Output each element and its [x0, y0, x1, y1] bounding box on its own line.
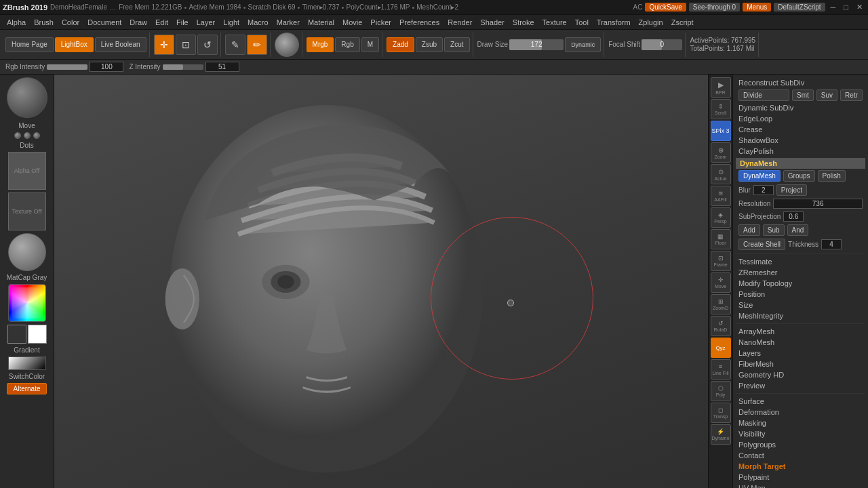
- menu-document[interactable]: Document: [83, 17, 125, 28]
- crease-btn[interactable]: Crease: [736, 124, 865, 135]
- menu-texture[interactable]: Texture: [538, 17, 571, 28]
- menu-stroke[interactable]: Stroke: [509, 17, 538, 28]
- menus-btn[interactable]: Menus: [743, 3, 771, 12]
- frame-icon-btn[interactable]: ⊡ Frame: [711, 251, 731, 271]
- zremesher-btn[interactable]: ZRemesher: [736, 267, 865, 278]
- retr-btn[interactable]: Retr: [840, 89, 863, 101]
- clay-polish-btn[interactable]: ClayPolish: [736, 146, 865, 157]
- smt-btn[interactable]: Smt: [792, 89, 814, 101]
- uv-map-btn[interactable]: UV Map: [736, 483, 865, 488]
- z-intensity-slider[interactable]: [163, 64, 203, 70]
- transp-icon-btn[interactable]: ◻ Transp: [711, 403, 731, 423]
- spix-icon-btn[interactable]: SPix 3: [711, 121, 731, 141]
- menu-layer[interactable]: Layer: [193, 17, 220, 28]
- polish-btn[interactable]: Polish: [818, 170, 846, 182]
- dyna-mesh-btn[interactable]: DynaMesh: [738, 170, 781, 182]
- sub-projection-value[interactable]: 0.6: [783, 211, 804, 222]
- menu-brush[interactable]: Brush: [30, 17, 58, 28]
- color-picker[interactable]: [8, 284, 46, 322]
- visibility-btn[interactable]: Visibility: [736, 428, 865, 439]
- mesh-integrity-btn[interactable]: MeshIntegrity: [736, 310, 865, 321]
- brush-preview[interactable]: [275, 33, 299, 57]
- blur-value[interactable]: 2: [753, 185, 774, 195]
- create-shell-btn[interactable]: Create Shell: [738, 239, 785, 250]
- linefill-icon-btn[interactable]: ≡ Line Fill: [711, 359, 731, 380]
- max-btn[interactable]: □: [841, 3, 851, 12]
- layers-btn[interactable]: Layers: [736, 348, 865, 359]
- menu-file[interactable]: File: [172, 17, 193, 28]
- shadow-box-btn[interactable]: ShadowBox: [736, 135, 865, 146]
- draw-size-slider[interactable]: 172: [509, 39, 564, 50]
- edge-loop-btn[interactable]: EdgeLoop: [736, 113, 865, 124]
- z-intensity-value[interactable]: 51: [205, 62, 239, 72]
- groups-btn[interactable]: Groups: [783, 170, 815, 182]
- divide-btn[interactable]: Divide: [738, 89, 789, 101]
- menu-picker[interactable]: Picker: [366, 17, 395, 28]
- menu-preferences[interactable]: Preferences: [395, 17, 443, 28]
- zcut-btn[interactable]: Zcut: [444, 37, 469, 52]
- dynamic-btn[interactable]: Dynamic: [565, 37, 601, 52]
- quicksave-btn[interactable]: QuickSave: [645, 3, 686, 12]
- add-btn[interactable]: Add: [738, 224, 760, 236]
- geometry-hd-btn[interactable]: Geometry HD: [736, 369, 865, 380]
- menu-zscript[interactable]: Zscript: [667, 17, 698, 28]
- brush-preview-left[interactable]: [7, 77, 47, 118]
- bg-color-swatch[interactable]: [7, 325, 26, 344]
- menu-color[interactable]: Color: [58, 17, 83, 28]
- menu-shader[interactable]: Shader: [476, 17, 508, 28]
- menu-tool[interactable]: Tool: [571, 17, 593, 28]
- zadd-btn[interactable]: Zadd: [387, 37, 414, 52]
- actua-icon-btn[interactable]: ⊙ Actua: [711, 164, 731, 184]
- menu-marker[interactable]: Marker: [273, 17, 304, 28]
- m-btn[interactable]: M: [361, 37, 379, 52]
- gradient-preview[interactable]: [8, 357, 46, 370]
- alternate-btn[interactable]: Alternate: [7, 383, 46, 394]
- contact-btn[interactable]: Contact: [736, 450, 865, 461]
- aafill-icon-btn[interactable]: ≋ AAFill: [711, 186, 731, 206]
- zoomd-icon-btn[interactable]: ⊞ ZoomD: [711, 294, 731, 314]
- close-btn[interactable]: ✕: [854, 2, 865, 12]
- and-btn[interactable]: And: [787, 224, 809, 236]
- poly-icon-btn[interactable]: ⬡ Poly: [711, 381, 731, 401]
- modify-topology-btn[interactable]: Modify Topology: [736, 278, 865, 289]
- dynamic-subdiv-btn[interactable]: Dynamic SubDiv: [736, 102, 865, 113]
- alpha-preview[interactable]: Alpha Off: [8, 152, 46, 190]
- home-page-btn[interactable]: Home Page: [5, 37, 54, 52]
- polygroups-btn[interactable]: Polygroups: [736, 439, 865, 450]
- menu-material[interactable]: Material: [304, 17, 338, 28]
- fg-color-swatch[interactable]: [28, 325, 47, 344]
- scale-btn[interactable]: ⊡: [176, 35, 196, 55]
- menu-zplugin[interactable]: Zplugin: [635, 17, 667, 28]
- preview-btn[interactable]: Preview: [736, 380, 865, 391]
- menu-draw[interactable]: Draw: [125, 17, 151, 28]
- position-btn[interactable]: Position: [736, 289, 865, 300]
- zoom-icon-btn[interactable]: ⊕ Zoom: [711, 142, 731, 163]
- seethrough-btn[interactable]: See-through 0: [689, 3, 740, 12]
- menu-macro[interactable]: Macro: [243, 17, 273, 28]
- rgb-btn[interactable]: Rgb: [335, 37, 359, 52]
- bpr-icon-btn[interactable]: ▶ BPR: [711, 77, 731, 98]
- rotate-btn[interactable]: ↺: [197, 35, 218, 55]
- reconstruct-subdiv-btn[interactable]: Reconstruct SubDiv: [736, 77, 865, 88]
- move-btn[interactable]: ✛: [154, 35, 174, 55]
- dot-sm3[interactable]: [33, 132, 40, 139]
- thickness-value[interactable]: 4: [821, 239, 842, 249]
- lightbox-btn[interactable]: LightBox: [55, 37, 94, 52]
- dot-sm1[interactable]: [14, 132, 21, 139]
- scroll-icon-btn[interactable]: ⇕ Scroll: [711, 99, 731, 119]
- mrgb-btn[interactable]: Mrgb: [307, 37, 334, 52]
- persp-icon-btn[interactable]: ◈ Persp: [711, 207, 731, 228]
- rotad-icon-btn[interactable]: ↺ RotaD: [711, 316, 731, 336]
- menu-transform[interactable]: Transform: [593, 17, 635, 28]
- draw-btn[interactable]: ✏: [247, 35, 267, 55]
- deformation-btn[interactable]: Deformation: [736, 407, 865, 418]
- size-btn[interactable]: Size: [736, 300, 865, 310]
- focal-shift-slider[interactable]: 0: [642, 39, 682, 50]
- rgb-intensity-slider[interactable]: [47, 64, 87, 70]
- rgb-intensity-value[interactable]: 100: [90, 62, 123, 72]
- dynamo-icon-btn[interactable]: ⚡ Dynamo: [711, 424, 731, 445]
- dyna-mesh-header[interactable]: DynaMesh: [736, 158, 865, 169]
- array-mesh-btn[interactable]: ArrayMesh: [736, 326, 865, 337]
- live-boolean-btn[interactable]: Live Boolean: [95, 37, 146, 52]
- texture-preview[interactable]: Texture Off: [8, 192, 46, 230]
